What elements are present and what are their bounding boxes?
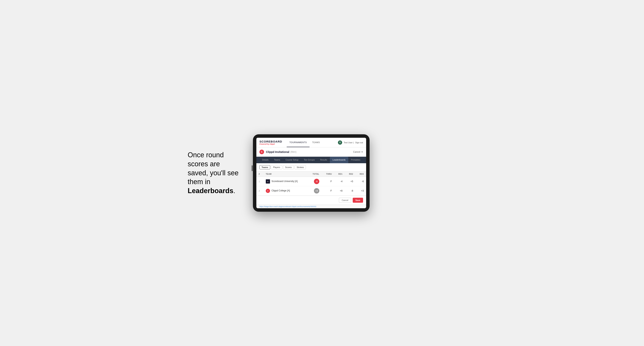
filter-strokes[interactable]: Strokes <box>294 165 306 169</box>
tab-details[interactable]: Details <box>260 157 271 163</box>
team-name: Clippd College [A] <box>272 189 290 192</box>
logo-area: SCOREBOARD Powered by clippd <box>260 140 282 145</box>
table-row: 2CClippd College [A]+3F+8-8+3 <box>256 186 366 196</box>
sub-nav: Details Teams Course Setup Tee Groups Re… <box>256 157 366 163</box>
cell-rank: 1 <box>256 177 264 186</box>
cell-total: +3 <box>308 186 322 196</box>
tablet-frame: SCOREBOARD Powered by clippd TOURNAMENTS… <box>253 134 370 212</box>
leaderboard-table: # TEAM TOTAL THRU RD1 RD2 RD3 1SScoreboa… <box>256 172 366 196</box>
col-rd1: RD1 <box>334 172 345 177</box>
tab-tee-groups[interactable]: Tee Groups <box>301 157 318 163</box>
col-team: TEAM <box>264 172 308 177</box>
col-rank: # <box>256 172 264 177</box>
cell-rd1: -4 <box>334 177 345 186</box>
filter-players[interactable]: Players <box>271 165 282 169</box>
cell-rank: 2 <box>256 186 264 196</box>
tab-leaderboards[interactable]: Leaderboards <box>330 157 348 163</box>
cell-team: CClippd College [A] <box>264 186 308 196</box>
sidebar-line4: them in <box>188 178 210 186</box>
cancel-x-icon: ✕ <box>361 151 363 153</box>
table-header-row: # TEAM TOTAL THRU RD1 RD2 RD3 <box>256 172 366 177</box>
cancel-button[interactable]: Cancel <box>339 198 351 203</box>
team-logo-icon: S <box>266 179 270 183</box>
col-rd2: RD2 <box>345 172 356 177</box>
tab-printables[interactable]: Printables <box>348 157 363 163</box>
cell-thru: F <box>322 177 334 186</box>
sidebar-line2: scores are <box>188 160 220 168</box>
logo-subtitle: Powered by clippd <box>260 143 282 145</box>
sidebar-line5-bold: Leaderboards <box>188 187 233 195</box>
score-badge: +3 <box>314 188 319 193</box>
nav-right: S Test User | Sign out <box>338 141 363 145</box>
tab-results[interactable]: Results <box>318 157 330 163</box>
cell-team: SScoreboard University [A] <box>264 177 308 186</box>
top-nav: SCOREBOARD Powered by clippd TOURNAMENTS… <box>256 138 366 147</box>
sidebar-description: Once round scores are saved, you'll see … <box>188 151 242 195</box>
sidebar-line3: saved, you'll see <box>188 169 238 177</box>
nav-items: TOURNAMENTS TEAMS <box>287 138 322 147</box>
nav-item-teams[interactable]: TEAMS <box>310 138 322 147</box>
team-name: Scoreboard University [A] <box>272 180 298 182</box>
tablet-screen: SCOREBOARD Powered by clippd TOURNAMENTS… <box>256 138 366 208</box>
cell-rd3: -6 <box>356 177 366 186</box>
cell-rd1: +8 <box>334 186 345 196</box>
filter-teams[interactable]: Teams <box>260 165 270 169</box>
col-rd3: RD3 <box>356 172 366 177</box>
tournament-subtitle: (Men) <box>290 151 296 153</box>
cell-rd3: +3 <box>356 186 366 196</box>
col-thru: THRU <box>322 172 334 177</box>
tab-course-setup[interactable]: Course Setup <box>283 157 301 163</box>
nav-item-tournaments[interactable]: TOURNAMENTS <box>287 138 309 147</box>
tournament-logo: C <box>260 150 264 154</box>
sign-out-link[interactable]: Sign out <box>355 141 363 144</box>
col-total: TOTAL <box>308 172 322 177</box>
filter-bar: Teams Players Scores Strokes <box>256 163 366 172</box>
url-bar: https://stage-blue-coach.stagescoreboard… <box>256 205 366 208</box>
logo-title: SCOREBOARD <box>260 140 282 143</box>
filter-scores[interactable]: Scores <box>283 165 294 169</box>
cell-thru: F <box>322 186 334 196</box>
score-badge: -5 <box>314 179 319 184</box>
tournament-name: Clippd Invitational <box>266 150 289 154</box>
table-row: 1SScoreboard University [A]-5F-4+5-6 <box>256 177 366 186</box>
modal-footer: Cancel Save <box>256 196 366 205</box>
tournament-header: C Clippd Invitational (Men) Cancel ✕ <box>256 147 366 157</box>
save-button[interactable]: Save <box>353 198 363 203</box>
cell-rd2: -8 <box>345 186 356 196</box>
sidebar-line5-end: . <box>233 187 235 195</box>
team-logo-icon: C <box>266 189 270 193</box>
cell-rd2: +5 <box>345 177 356 186</box>
user-name: Test User | <box>344 141 354 144</box>
sidebar-line1: Once round <box>188 151 224 159</box>
tournament-cancel-button[interactable]: Cancel ✕ <box>353 151 363 153</box>
user-avatar: S <box>338 141 342 145</box>
tab-teams[interactable]: Teams <box>271 157 283 163</box>
cell-total: -5 <box>308 177 322 186</box>
